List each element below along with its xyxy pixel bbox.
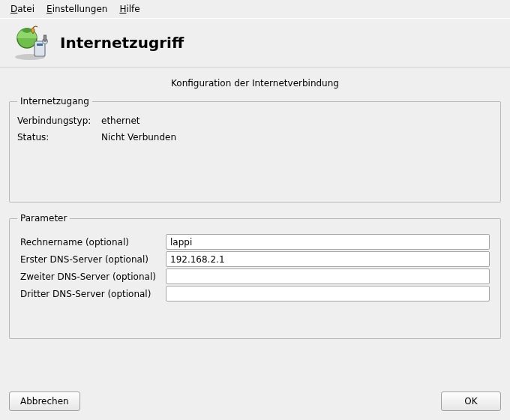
row-status: Status: Nicht Verbunden (17, 129, 493, 146)
dns3-input[interactable] (166, 286, 490, 302)
label-connection-type: Verbindungstyp: (17, 116, 101, 126)
dns2-input[interactable] (166, 268, 490, 284)
parameter-grid: Rechnername (optional) Erster DNS-Server… (17, 230, 493, 306)
group-parameter-legend: Parameter (17, 213, 70, 224)
group-internet-access: Internetzugang Verbindungstyp: ethernet … (9, 96, 501, 202)
dns1-input[interactable] (166, 251, 490, 267)
page-subtitle: Konfiguration der Internetverbindung (9, 75, 501, 96)
group-parameter: Parameter Rechnername (optional) Erster … (9, 213, 501, 339)
content-area: Konfiguration der Internetverbindung Int… (0, 68, 510, 384)
cancel-button[interactable]: Abbrechen (9, 392, 80, 411)
ok-button[interactable]: OK (441, 392, 501, 411)
menu-settings[interactable]: Einstellungen (40, 2, 113, 16)
menubar: Datei Einstellungen Hilfe (0, 0, 510, 19)
label-dns1: Erster DNS-Server (optional) (20, 254, 164, 265)
footer: Abbrechen OK (0, 384, 510, 420)
group-internet-legend: Internetzugang (17, 96, 92, 106)
page-title: Internetzugriff (60, 34, 184, 52)
menu-file[interactable]: Datei (4, 2, 40, 16)
label-dns2: Zweiter DNS-Server (optional) (20, 272, 164, 282)
internet-access-icon (10, 25, 50, 61)
window: Datei Einstellungen Hilfe Internetzugrif… (0, 0, 510, 420)
label-dns3: Dritter DNS-Server (optional) (20, 289, 164, 299)
svg-rect-3 (37, 44, 43, 46)
value-status: Nicht Verbunden (101, 132, 176, 142)
svg-rect-5 (44, 35, 46, 41)
row-connection-type: Verbindungstyp: ethernet (17, 112, 493, 129)
value-connection-type: ethernet (101, 116, 140, 126)
label-status: Status: (17, 132, 101, 142)
header: Internetzugriff (0, 19, 510, 68)
label-hostname: Rechnername (optional) (20, 237, 164, 248)
menu-help[interactable]: Hilfe (113, 2, 146, 16)
hostname-input[interactable] (166, 234, 490, 250)
